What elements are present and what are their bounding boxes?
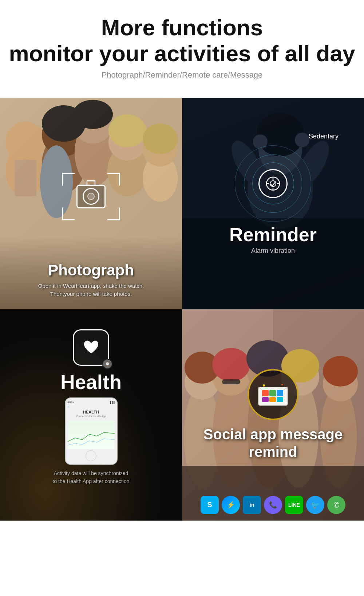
health-desc-line1: Activity data will be synchronized — [54, 470, 128, 476]
page-title: More functions monitor your activities o… — [7, 15, 357, 67]
social-content: Social app message remind — [182, 309, 364, 521]
svg-rect-57 — [269, 397, 276, 402]
phone-signal: ▐▐▐ — [109, 401, 115, 404]
camera-body — [76, 185, 106, 208]
camera-icon-area — [76, 185, 106, 208]
messenger-icon: ⚡ — [222, 496, 240, 514]
photo-text-area: Photograph Open it in WearHeart app, sha… — [0, 262, 182, 298]
line-icon: LINE — [285, 496, 303, 514]
phone-time: 3/12+ — [68, 401, 74, 404]
feature-grid: Photograph Open it in WearHeart app, sha… — [0, 98, 364, 521]
title-line2: monitor your activities of all day — [9, 41, 355, 66]
bracket-bl — [62, 207, 75, 220]
reminder-title: Reminder — [229, 224, 317, 246]
bracket-br — [107, 207, 120, 220]
health-desc-line2: to the Health App after connection — [53, 478, 130, 484]
social-title-line1: Social app message — [203, 426, 343, 442]
phone-status-bar: 3/12+ ▐▐▐ — [68, 401, 115, 404]
svg-rect-53 — [262, 390, 269, 396]
health-description: Activity data will be synchronized to th… — [46, 469, 137, 486]
reminder-cell: Sedentary — [182, 98, 364, 309]
reminder-content: Sedentary — [182, 98, 364, 309]
bracket-tr — [107, 173, 120, 185]
svg-rect-58 — [277, 397, 283, 402]
social-title: Social app message remind — [196, 426, 350, 460]
bracket-tl — [62, 173, 75, 185]
health-chart — [68, 421, 115, 449]
social-cell: Social app message remind S ⚡ in 📞 LINE … — [182, 309, 364, 521]
title-line1: More functions — [101, 15, 263, 40]
health-title: Health — [60, 370, 122, 394]
phone-health-label: HEALTH — [68, 410, 115, 414]
camera-lens-inner — [87, 193, 95, 200]
camera-lens-outer — [83, 188, 99, 205]
social-icons-row: S ⚡ in 📞 LINE 🐦 ✆ — [182, 496, 364, 514]
phone-divider — [68, 420, 115, 420]
phone-back: ‹ — [68, 405, 115, 409]
svg-rect-55 — [277, 390, 283, 396]
svg-point-14 — [108, 114, 146, 147]
heart-icon — [81, 337, 101, 357]
linkedin-icon: in — [243, 496, 261, 514]
health-badge: ⌚ — [102, 359, 112, 369]
twitter-icon: 🐦 — [306, 496, 324, 514]
svg-point-13 — [73, 100, 113, 129]
page-header: More functions monitor your activities o… — [0, 0, 364, 87]
phone-chart-area — [68, 421, 115, 449]
reminder-rings — [235, 145, 311, 222]
svg-point-2 — [5, 122, 46, 162]
reminder-subtitle: Alarm vibration — [251, 247, 295, 255]
health-content: ⌚ Health 3/12+ ▐▐▐ ‹ HEALTH Connect to t… — [0, 309, 182, 521]
photo-title: Photograph — [0, 262, 182, 279]
social-envelope-circle — [248, 369, 298, 420]
photograph-cell: Photograph Open it in WearHeart app, sha… — [0, 98, 182, 309]
svg-rect-56 — [262, 397, 269, 402]
phone-icon: ✆ — [327, 496, 345, 514]
skype-icon: S — [201, 496, 219, 514]
svg-point-59 — [263, 384, 265, 387]
phone-health-sub: Connect to the Health App — [68, 415, 115, 417]
sedentary-label: Sedentary — [309, 133, 339, 140]
svg-point-60 — [281, 384, 283, 385]
envelope-icon — [257, 382, 289, 407]
camera-bump — [87, 180, 96, 185]
photo-description: Open it in WearHeart app, shake the watc… — [0, 282, 182, 298]
phone-home-button — [86, 450, 96, 461]
health-cell: ⌚ Health 3/12+ ▐▐▐ ‹ HEALTH Connect to t… — [0, 309, 182, 521]
ring-inner — [252, 162, 294, 204]
viber-icon: 📞 — [264, 496, 282, 514]
social-title-line2: remind — [249, 444, 297, 460]
phone-mockup: 3/12+ ▐▐▐ ‹ HEALTH Connect to the Health… — [65, 397, 118, 465]
svg-rect-3 — [15, 160, 36, 196]
svg-point-15 — [143, 123, 178, 154]
header-subtitle: Photograph/Reminder/Remote care/Message — [7, 70, 357, 80]
svg-rect-54 — [269, 390, 276, 396]
health-watch-icon: ⌚ — [71, 328, 111, 368]
